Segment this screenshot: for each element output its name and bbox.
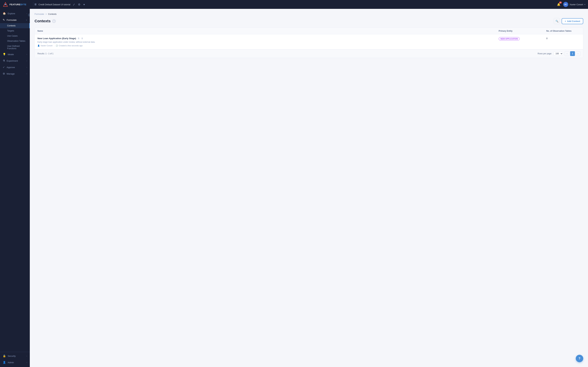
sidebar-item-explore[interactable]: 🏠 Explore › [0, 10, 30, 17]
sidebar-item-ideate[interactable]: 💡 Ideate › [0, 51, 30, 58]
page-title-area: Contexts ? [34, 19, 56, 23]
ideate-chevron-icon: › [26, 53, 27, 55]
context-name-link[interactable]: New Loan Application (Early Stage) [37, 37, 76, 40]
context-description: Early-stage loan application under revie… [37, 41, 499, 44]
security-icon: 🔒 [3, 354, 6, 358]
sidebar-item-experiment[interactable]: ⚗ Experiment › [0, 58, 30, 64]
sidebar-item-use-cases[interactable]: Use Cases [0, 33, 30, 38]
page-header: Contexts ? 🔍 + Add Context [34, 18, 583, 24]
search-icon: 🔍 [555, 20, 558, 23]
formulate-chevron-icon: ∨ [26, 19, 27, 21]
user-defined-functions-label: User Defined Functions [7, 45, 27, 50]
help-fab-button[interactable]: ? [576, 355, 583, 362]
sidebar: ‹ 🏠 Explore › ✎ Formulate ∨ Contexts Tar… [0, 9, 30, 367]
use-cases-label: Use Cases [7, 35, 17, 37]
row-observation-count-cell: 0 [546, 37, 580, 40]
logo-text-part2: BYTE [20, 3, 26, 6]
sidebar-item-security[interactable]: 🔒 Security › [0, 353, 30, 359]
logo-text-part1: FEATURE [9, 3, 20, 6]
created-meta: 🕐 Created a few seconds ago [56, 45, 83, 47]
nav-section: 🏠 Explore › ✎ Formulate ∨ Contexts Targe… [0, 10, 30, 352]
logo-area: FEATUREBYTE [3, 2, 33, 7]
admin-chevron-icon: › [26, 362, 27, 363]
approve-icon: ✓ [3, 66, 5, 69]
row-meta: 👤 Xavier Conort | 🕐 Created a few second… [37, 45, 499, 47]
current-page-button[interactable]: 1 [570, 51, 575, 56]
contexts-label: Contexts [7, 25, 16, 27]
page-nav: ‹ 1 › [565, 51, 580, 56]
table-header: Name Primary Entity No. of Observation T… [35, 28, 583, 34]
author-name: Xavier Conort [41, 45, 52, 47]
formulate-sub-nav: Contexts Targets Use Cases Observation T… [0, 23, 30, 51]
security-chevron-icon: › [26, 355, 27, 357]
featurebyte-logo [3, 2, 8, 7]
monitor-icon: 🖥 [34, 3, 37, 6]
manage-icon: ⚙ [3, 72, 5, 75]
sidebar-item-ideate-label: Ideate [8, 53, 25, 56]
column-header-primary-entity: Primary Entity [499, 30, 546, 32]
copy-icon[interactable]: ⎘ [77, 37, 80, 40]
primary-entity-badge: NEW APPLICATION [499, 37, 520, 41]
content-area: Formulate > Contexts Contexts ? 🔍 + Add … [30, 9, 588, 367]
sidebar-item-manage[interactable]: ⚙ Manage › [0, 70, 30, 77]
breadcrumb-separator: > [45, 13, 47, 15]
sidebar-item-contexts[interactable]: Contexts [0, 23, 30, 28]
column-header-name: Name [37, 30, 499, 32]
table-row: New Loan Application (Early Stage) ⎘ ℹ E… [35, 34, 583, 49]
table-footer: Results: 1 - 1 of 1 Rows per page: 100 5… [35, 49, 583, 58]
sidebar-bottom: 🔒 Security › 👤 Admin › [0, 352, 30, 367]
settings-button[interactable]: ⚙ [77, 2, 81, 7]
explore-icon: 🏠 [3, 12, 6, 15]
add-context-button[interactable]: + Add Context [562, 18, 583, 24]
page-actions: 🔍 + Add Context [554, 18, 583, 24]
search-button[interactable]: 🔍 [554, 18, 560, 24]
sidebar-item-targets[interactable]: Targets [0, 28, 30, 33]
project-name: Credit Default Dataset UI tutorial [39, 3, 70, 6]
sidebar-item-observation-tables[interactable]: Observation Tables [0, 38, 30, 44]
breadcrumb: Formulate > Contexts [34, 13, 583, 15]
formulate-icon: ✎ [3, 18, 5, 21]
dropdown-button[interactable]: ▾ [83, 2, 85, 7]
breadcrumb-current: Contexts [48, 13, 57, 15]
experiment-chevron-icon: › [26, 60, 27, 62]
next-page-button[interactable]: › [576, 51, 580, 56]
breadcrumb-parent-link[interactable]: Formulate [34, 13, 44, 15]
row-name-row: New Loan Application (Early Stage) ⎘ ℹ [37, 37, 499, 40]
author-icon: 👤 [37, 45, 40, 47]
sidebar-item-manage-label: Manage [7, 73, 25, 75]
prev-page-button[interactable]: ‹ [565, 51, 570, 56]
user-dropdown-chevron: ▾ [584, 4, 585, 5]
notifications-button[interactable]: 🔔 8 [556, 2, 561, 7]
targets-label: Targets [7, 30, 14, 32]
svg-point-2 [5, 4, 6, 5]
page-title: Contexts [34, 19, 50, 23]
info-icon[interactable]: ℹ [81, 37, 83, 40]
author-meta: 👤 Xavier Conort [37, 45, 52, 47]
admin-icon: 👤 [3, 361, 6, 364]
notification-badge: 8 [559, 1, 562, 4]
user-name: Xavier Conort [570, 3, 583, 6]
sidebar-item-formulate[interactable]: ✎ Formulate ∨ [0, 17, 30, 23]
project-area: 🖥 Credit Default Dataset UI tutorial ⤤ ⚙… [34, 2, 556, 7]
results-text: Results: 1 - 1 of 1 [37, 52, 53, 55]
rows-per-page-select[interactable]: 100 50 25 [554, 51, 563, 56]
approve-chevron-icon: › [26, 67, 27, 68]
sidebar-item-approve[interactable]: ✓ Approve › [0, 64, 30, 70]
user-avatar: XC [563, 2, 568, 7]
experiment-icon: ⚗ [3, 59, 5, 62]
row-name-cell: New Loan Application (Early Stage) ⎘ ℹ E… [37, 37, 499, 47]
sidebar-item-security-label: Security [8, 355, 25, 357]
sidebar-item-approve-label: Approve [7, 66, 25, 69]
sidebar-item-admin-label: Admin [8, 361, 25, 364]
data-table: Name Primary Entity No. of Observation T… [34, 28, 583, 58]
share-button[interactable]: ⤤ [72, 2, 75, 7]
page-help-icon[interactable]: ? [52, 19, 56, 23]
user-area[interactable]: XC Xavier Conort ▾ [563, 2, 585, 7]
manage-chevron-icon: › [26, 73, 27, 75]
column-header-observation-tables: No. of Observation Tables [546, 30, 580, 32]
add-context-label: Add Context [567, 20, 580, 23]
add-icon: + [565, 20, 566, 23]
sidebar-item-admin[interactable]: 👤 Admin › [0, 359, 30, 366]
sidebar-item-user-defined-functions[interactable]: User Defined Functions [0, 44, 30, 51]
pagination-area: Rows per page: 100 50 25 ‹ 1 › [538, 51, 580, 56]
